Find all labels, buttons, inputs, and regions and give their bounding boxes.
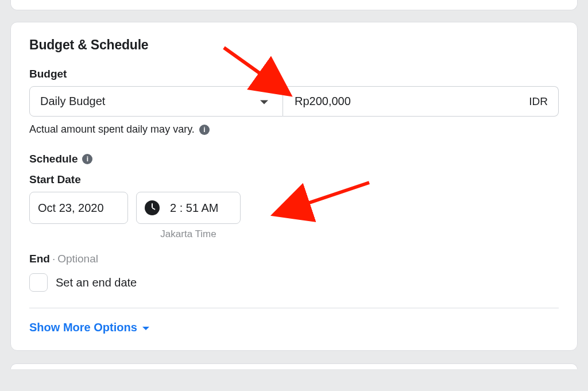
budget-helper-text: Actual amount spent daily may vary. i (29, 123, 559, 136)
previous-card-bottom (10, 0, 578, 10)
start-time-value: 2 : 51 AM (170, 202, 219, 215)
set-end-date-label: Set an end date (56, 276, 137, 289)
budget-amount-field[interactable]: IDR (283, 86, 559, 117)
budget-type-select[interactable]: Daily Budget (29, 86, 283, 117)
set-end-date-checkbox[interactable] (29, 273, 48, 292)
set-end-date-row: Set an end date (29, 273, 559, 292)
start-time-column: 2 : 51 AM Jakarta Time (136, 192, 241, 240)
next-card-top (10, 363, 578, 369)
budget-helper-label: Actual amount spent daily may vary. (29, 123, 195, 136)
budget-type-value: Daily Budget (40, 95, 105, 108)
info-icon[interactable]: i (82, 154, 92, 164)
chevron-down-icon (142, 321, 150, 334)
budget-currency: IDR (529, 95, 548, 108)
chevron-down-icon (260, 95, 269, 108)
start-date-value: Oct 23, 2020 (38, 202, 104, 215)
start-date-input[interactable]: Oct 23, 2020 (29, 192, 128, 224)
start-date-row: Oct 23, 2020 2 : 51 AM Jakarta Time (29, 192, 559, 240)
budget-row: Daily Budget IDR (29, 86, 559, 117)
show-more-label: Show More Options (29, 321, 137, 334)
end-optional: Optional (57, 253, 98, 265)
budget-schedule-card: Budget & Schedule Budget Daily Budget ID… (10, 22, 578, 351)
budget-amount-input[interactable] (293, 94, 524, 109)
show-more-options-link[interactable]: Show More Options (29, 321, 150, 334)
divider (29, 308, 559, 308)
timezone-label: Jakarta Time (160, 229, 216, 240)
budget-label: Budget (29, 68, 559, 80)
schedule-label-text: Schedule (29, 153, 78, 165)
end-label: End (29, 253, 50, 265)
info-icon[interactable]: i (199, 125, 210, 135)
section-title: Budget & Schedule (29, 37, 559, 53)
schedule-label: Schedule i (29, 153, 559, 165)
start-time-input[interactable]: 2 : 51 AM (136, 192, 241, 224)
clock-icon (145, 200, 160, 215)
end-label-row: End·Optional (29, 253, 559, 265)
start-date-label: Start Date (29, 173, 559, 186)
